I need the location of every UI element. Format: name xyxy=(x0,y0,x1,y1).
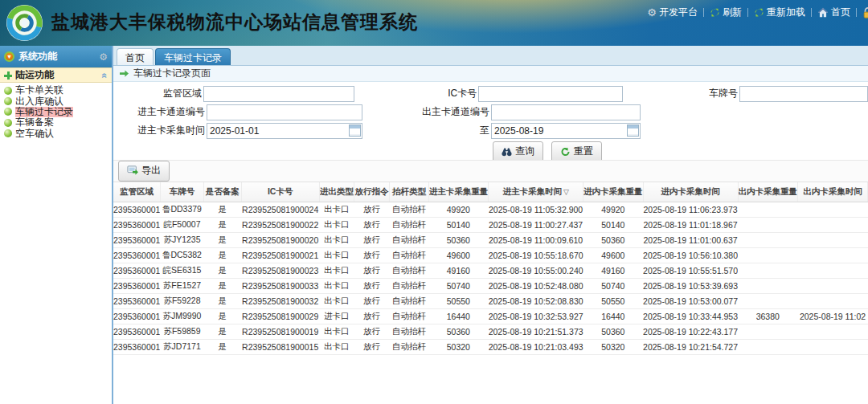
table-cell: 2025-08-19 10:32:53.927 xyxy=(489,308,583,324)
table-cell: 自动抬杆 xyxy=(390,247,428,263)
exit-main-channel-input[interactable] xyxy=(491,104,641,120)
table-cell: 苏F59859 xyxy=(160,324,203,339)
table-cell: 自动抬杆 xyxy=(390,217,428,232)
table-cell: 2025-08-19 10:55:18.670 xyxy=(489,247,583,263)
table-cell: 50360 xyxy=(428,232,489,247)
table-cell: 49600 xyxy=(428,247,489,263)
column-header-13[interactable]: 出内卡采集时间 xyxy=(798,182,868,202)
table-row[interactable]: 2395360001鲁DD3379是R239525081900024出卡口放行自… xyxy=(113,202,868,217)
search-button-label: 查询 xyxy=(515,145,534,158)
column-header-10[interactable]: 进内卡采集重量 xyxy=(583,182,644,202)
column-header-8[interactable]: 进主卡采集重量 xyxy=(428,182,489,202)
collapse-chevrons-icon[interactable]: « xyxy=(100,72,111,78)
field-label: 至 xyxy=(362,124,489,137)
export-button[interactable]: 导出 xyxy=(118,161,170,182)
table-cell: 2395360001 xyxy=(113,293,160,308)
table-cell: 是 xyxy=(203,247,241,263)
sidebar-menu: 车卡单关联出入库确认车辆过卡记录车辆备案空车确认 xyxy=(0,83,112,139)
calendar-icon[interactable] xyxy=(349,124,361,137)
sidebar-header[interactable]: ▾ 系统功能 ⚙ xyxy=(0,46,112,67)
table-cell: 放行 xyxy=(354,202,390,217)
column-header-11[interactable]: 进内卡采集时间 xyxy=(643,182,738,202)
page-title-bar: 车辆过卡记录页面 xyxy=(113,66,868,82)
collect-time-from-input[interactable] xyxy=(207,123,362,139)
table-cell: 2025-08-19 11:01:00.637 xyxy=(643,232,738,247)
table-cell: 2025-08-19 10:21:51.373 xyxy=(489,324,583,339)
table-cell xyxy=(798,293,868,308)
column-header-9[interactable]: 进主卡采集时间▽ xyxy=(489,182,583,202)
dev-platform-label: 开发平台 xyxy=(659,6,698,19)
table-cell: 是 xyxy=(203,217,241,232)
column-header-6[interactable]: 放行指令 xyxy=(354,182,390,202)
sidebar-item-3[interactable]: 车辆过卡记录 xyxy=(0,107,112,117)
table-row[interactable]: 2395360001苏F59228是R239525081900032出卡口放行自… xyxy=(113,293,868,308)
column-header-3[interactable]: 是否备案 xyxy=(203,182,241,202)
table-row[interactable]: 2395360001苏FE1527是R239525081900033出卡口放行自… xyxy=(113,278,868,293)
table-cell: 36380 xyxy=(738,308,798,324)
sidebar-item-1[interactable]: 车卡单关联 xyxy=(0,85,112,96)
table-cell: 苏JD7171 xyxy=(160,339,203,354)
table-row[interactable]: 2395360001苏JY1235是R239525081900020出卡口放行自… xyxy=(113,232,868,247)
sidebar-item-label: 出入库确认 xyxy=(15,96,63,107)
supervise-area-input[interactable] xyxy=(203,86,354,102)
collect-time-to-input[interactable] xyxy=(491,123,641,139)
table-cell: 50320 xyxy=(428,339,489,354)
table-cell: 2025-08-19 10:56:10.380 xyxy=(643,247,738,263)
table-row[interactable]: 2395360001苏JM9990是R239525081900029进卡口放行自… xyxy=(113,308,868,324)
table-cell xyxy=(738,263,798,278)
table-cell: 出卡口 xyxy=(319,324,354,339)
table-cell: 自动抬杆 xyxy=(390,263,428,278)
tab-vehicle-pass-records[interactable]: 车辆过卡记录 xyxy=(155,48,231,65)
sidebar-item-5[interactable]: 空车确认 xyxy=(0,129,112,139)
column-header-1[interactable]: 监管区域 xyxy=(113,182,160,202)
table-row[interactable]: 2395360001鲁DC5382是R239525081900021出卡口放行自… xyxy=(113,247,868,263)
sidebar-item-2[interactable]: 出入库确认 xyxy=(0,96,112,106)
panel-collapse-icon: ▾ xyxy=(4,51,14,62)
sidebar-group-header[interactable]: 陆运功能 « xyxy=(0,67,112,83)
home-icon xyxy=(817,7,829,18)
ic-card-input[interactable] xyxy=(478,86,623,102)
gear-icon: ⚙ xyxy=(647,7,657,18)
divider xyxy=(811,8,812,17)
table-cell xyxy=(798,217,868,232)
column-header-5[interactable]: 进出类型 xyxy=(319,182,354,202)
plate-number-input[interactable] xyxy=(739,86,868,102)
sidebar-item-4[interactable]: 车辆备案 xyxy=(0,117,112,128)
sidebar-gear-icon[interactable]: ⚙ xyxy=(99,51,108,63)
table-cell: 自动抬杆 xyxy=(390,308,428,324)
table-cell: 2395360001 xyxy=(113,263,160,278)
menu-bullet-icon xyxy=(4,129,12,137)
table-row[interactable]: 2395360001皖SE6315是R239525081900023出卡口放行自… xyxy=(113,263,868,278)
table-cell xyxy=(798,339,868,354)
lock-link[interactable] xyxy=(862,7,868,18)
column-header-12[interactable]: 出内卡采集重量 xyxy=(738,182,798,202)
column-header-4[interactable]: IC卡号 xyxy=(241,182,319,202)
table-row[interactable]: 2395360001苏F59859是R239525081900019出卡口放行自… xyxy=(113,324,868,339)
lock-icon xyxy=(862,7,868,18)
tab-home[interactable]: 首页 xyxy=(117,48,154,65)
table-cell: 16440 xyxy=(428,308,489,324)
table-cell: 是 xyxy=(203,293,241,308)
calendar-icon[interactable] xyxy=(627,124,639,137)
table-cell: 放行 xyxy=(354,339,390,354)
table-cell: 2025-08-19 10:21:54.727 xyxy=(643,339,738,354)
reload-link[interactable]: 重新加载 xyxy=(754,6,805,19)
table-cell xyxy=(798,202,868,217)
table-cell: 2025-08-19 10:33:44.953 xyxy=(643,308,738,324)
refresh-link[interactable]: 刷新 xyxy=(710,6,742,19)
table-cell: 2395360001 xyxy=(113,278,160,293)
table-cell: 自动抬杆 xyxy=(390,324,428,339)
filter-form: 监管区域 IC卡号 车牌号 进主卡通道编号 出主卡通道编号 进主卡采集时间 至 xyxy=(113,82,868,160)
table-cell: R239525081900020 xyxy=(241,232,319,247)
entry-main-channel-input[interactable] xyxy=(207,104,362,120)
home-link[interactable]: 首页 xyxy=(817,6,850,19)
table-cell: 2025-08-19 11:01:18.967 xyxy=(643,217,738,232)
column-header-7[interactable]: 抬杆类型 xyxy=(390,182,428,202)
grid-toolbar: 导出 xyxy=(113,160,868,182)
table-row[interactable]: 2395360001苏JD7171是R239525081900015出卡口放行自… xyxy=(113,339,868,354)
dev-platform-link[interactable]: ⚙ 开发平台 xyxy=(647,6,698,19)
table-cell: 鲁DD3379 xyxy=(160,202,203,217)
table-row[interactable]: 2395360001皖F50007是R239525081900022出卡口放行自… xyxy=(113,217,868,232)
column-header-2[interactable]: 车牌号 xyxy=(160,182,203,202)
table-cell: 2025-08-19 10:52:48.080 xyxy=(489,278,583,293)
